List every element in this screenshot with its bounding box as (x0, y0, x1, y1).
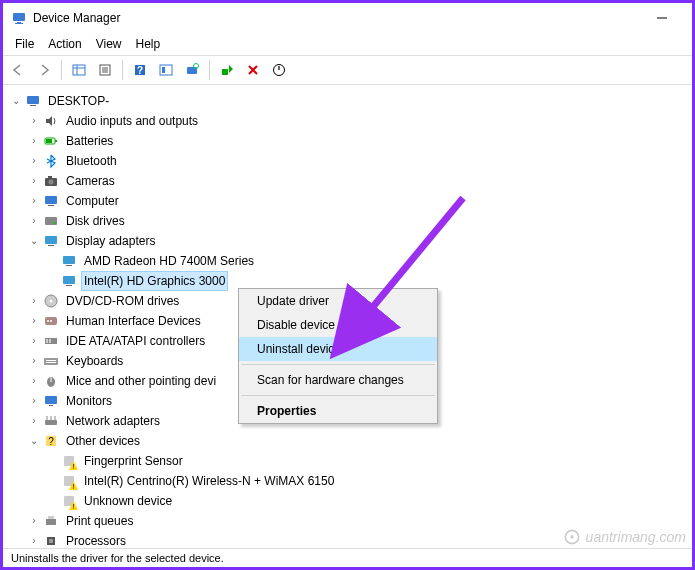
minimize-button[interactable] (640, 4, 684, 32)
svg-rect-67 (46, 519, 56, 525)
update-driver-button[interactable] (216, 59, 238, 81)
status-bar: Uninstalls the driver for the selected d… (3, 548, 692, 567)
scan-hardware-button[interactable] (181, 59, 203, 81)
svg-point-25 (49, 180, 54, 185)
collapse-icon[interactable]: ⌄ (9, 94, 23, 108)
svg-rect-31 (45, 236, 57, 244)
expand-icon[interactable]: › (27, 214, 41, 228)
svg-rect-44 (49, 339, 51, 343)
expand-icon[interactable]: › (27, 514, 41, 528)
keyboard-icon (43, 353, 59, 369)
ctx-scan-hardware[interactable]: Scan for hardware changes (239, 368, 437, 392)
display-icon (61, 253, 77, 269)
menu-view[interactable]: View (90, 35, 128, 53)
bluetooth-icon (43, 153, 59, 169)
title-bar: Device Manager (3, 3, 692, 33)
svg-rect-68 (48, 516, 54, 519)
tree-item-disk[interactable]: › Disk drives (5, 211, 690, 231)
tree-item-other-wimax[interactable]: ! Intel(R) Centrino(R) Wireless-N + WiMA… (5, 471, 690, 491)
tree-item-display-amd[interactable]: AMD Radeon HD 7400M Series (5, 251, 690, 271)
svg-rect-0 (13, 13, 25, 21)
display-icon (43, 233, 59, 249)
expand-icon[interactable]: › (27, 334, 41, 348)
svg-text:!: ! (73, 503, 75, 510)
expand-icon[interactable]: › (27, 534, 41, 545)
svg-rect-23 (46, 139, 52, 143)
menu-action[interactable]: Action (42, 35, 87, 53)
ctx-uninstall-device[interactable]: Uninstall device (239, 337, 437, 361)
svg-rect-17 (222, 69, 228, 75)
svg-rect-27 (45, 196, 57, 204)
svg-rect-1 (17, 22, 21, 23)
app-icon (11, 10, 27, 26)
svg-rect-28 (48, 205, 54, 206)
svg-text:!: ! (73, 463, 75, 470)
printer-icon (43, 513, 59, 529)
expand-icon[interactable]: › (27, 114, 41, 128)
svg-rect-20 (30, 105, 36, 106)
svg-point-40 (47, 320, 49, 322)
menu-help[interactable]: Help (130, 35, 167, 53)
svg-rect-22 (55, 140, 57, 142)
svg-rect-70 (49, 539, 53, 543)
tree-item-cameras[interactable]: › Cameras (5, 171, 690, 191)
expand-icon[interactable]: › (27, 314, 41, 328)
expand-icon[interactable]: › (27, 414, 41, 428)
expand-icon[interactable]: › (27, 154, 41, 168)
forward-button[interactable] (33, 59, 55, 81)
expand-icon[interactable]: › (27, 294, 41, 308)
expand-icon[interactable]: › (27, 134, 41, 148)
tree-root[interactable]: ⌄ DESKTOP- (5, 91, 690, 111)
tree-item-other[interactable]: ⌄ ? Other devices (5, 431, 690, 451)
tree-item-other-unknown[interactable]: ! Unknown device (5, 491, 690, 511)
svg-rect-36 (66, 285, 72, 286)
tree-item-bluetooth[interactable]: › Bluetooth (5, 151, 690, 171)
svg-point-38 (50, 300, 53, 303)
mouse-icon (43, 373, 59, 389)
help-button[interactable]: ? (129, 59, 151, 81)
expand-icon[interactable]: › (27, 374, 41, 388)
tree-item-display[interactable]: ⌄ Display adapters (5, 231, 690, 251)
menu-bar: File Action View Help (3, 33, 692, 55)
ctx-update-driver[interactable]: Update driver (239, 289, 437, 313)
expand-icon[interactable]: › (27, 174, 41, 188)
other-icon: ? (43, 433, 59, 449)
collapse-icon[interactable]: ⌄ (27, 234, 41, 248)
tree-item-processors[interactable]: › Processors (5, 531, 690, 545)
hid-icon (43, 313, 59, 329)
svg-point-41 (50, 320, 52, 322)
expand-icon[interactable]: › (27, 394, 41, 408)
toolbar-icon-1[interactable] (155, 59, 177, 81)
monitor-icon (43, 393, 59, 409)
svg-text:?: ? (137, 65, 143, 76)
disk-icon (43, 213, 59, 229)
cpu-icon (43, 533, 59, 545)
expand-icon[interactable]: › (27, 194, 41, 208)
tree-item-audio[interactable]: › Audio inputs and outputs (5, 111, 690, 131)
disable-button[interactable] (268, 59, 290, 81)
collapse-icon[interactable]: ⌄ (27, 434, 41, 448)
menu-file[interactable]: File (9, 35, 40, 53)
show-hidden-button[interactable] (68, 59, 90, 81)
tree-item-computer[interactable]: › Computer (5, 191, 690, 211)
svg-rect-51 (49, 405, 53, 406)
svg-rect-52 (45, 420, 57, 425)
device-warning-icon: ! (61, 453, 77, 469)
dvd-icon (43, 293, 59, 309)
expand-icon[interactable]: › (27, 354, 41, 368)
computer-icon (25, 93, 41, 109)
camera-icon (43, 173, 59, 189)
svg-rect-47 (46, 362, 56, 363)
device-warning-icon: ! (61, 473, 77, 489)
tree-item-other-fp[interactable]: ! Fingerprint Sensor (5, 451, 690, 471)
menu-separator (241, 364, 435, 365)
battery-icon (43, 133, 59, 149)
back-button[interactable] (7, 59, 29, 81)
ctx-properties[interactable]: Properties (239, 399, 437, 423)
ctx-disable-device[interactable]: Disable device (239, 313, 437, 337)
properties-button[interactable] (94, 59, 116, 81)
menu-separator (241, 395, 435, 396)
tree-item-batteries[interactable]: › Batteries (5, 131, 690, 151)
uninstall-button[interactable] (242, 59, 264, 81)
tree-item-printq[interactable]: › Print queues (5, 511, 690, 531)
